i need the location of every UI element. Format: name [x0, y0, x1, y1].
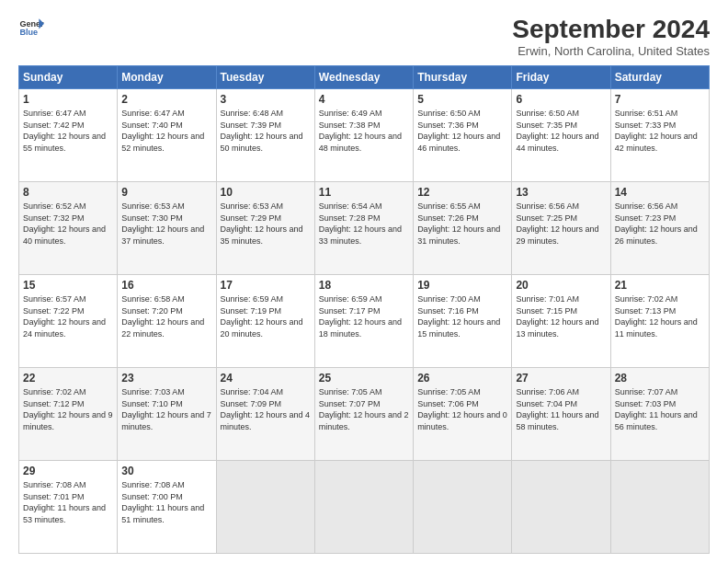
calendar-week-row: 15Sunrise: 6:57 AMSunset: 7:22 PMDayligh… [19, 275, 710, 368]
table-row: 26Sunrise: 7:05 AMSunset: 7:06 PMDayligh… [414, 368, 512, 461]
day-info: Sunrise: 6:52 AMSunset: 7:32 PMDaylight:… [23, 201, 113, 247]
table-row: 29Sunrise: 7:08 AMSunset: 7:01 PMDayligh… [19, 461, 118, 554]
day-info: Sunrise: 6:47 AMSunset: 7:42 PMDaylight:… [23, 108, 113, 154]
day-info: Sunrise: 7:07 AMSunset: 7:03 PMDaylight:… [615, 386, 705, 432]
calendar-week-row: 1Sunrise: 6:47 AMSunset: 7:42 PMDaylight… [19, 89, 710, 182]
day-number: 25 [319, 372, 409, 385]
day-info: Sunrise: 7:02 AMSunset: 7:12 PMDaylight:… [23, 386, 113, 432]
col-wednesday: Wednesday [314, 66, 413, 89]
table-row: 27Sunrise: 7:06 AMSunset: 7:04 PMDayligh… [512, 368, 610, 461]
day-number: 13 [516, 186, 606, 199]
day-info: Sunrise: 6:56 AMSunset: 7:23 PMDaylight:… [615, 201, 705, 247]
day-info: Sunrise: 6:57 AMSunset: 7:22 PMDaylight:… [23, 293, 113, 339]
day-info: Sunrise: 6:50 AMSunset: 7:35 PMDaylight:… [516, 108, 606, 154]
col-friday: Friday [512, 66, 610, 89]
col-saturday: Saturday [610, 66, 709, 89]
logo: General Blue [18, 15, 44, 40]
day-info: Sunrise: 6:59 AMSunset: 7:19 PMDaylight:… [221, 293, 311, 339]
svg-text:Blue: Blue [19, 28, 38, 37]
table-row: 13Sunrise: 6:56 AMSunset: 7:25 PMDayligh… [512, 182, 610, 275]
month-title: September 2024 [512, 15, 710, 44]
table-row: 28Sunrise: 7:07 AMSunset: 7:03 PMDayligh… [610, 368, 709, 461]
table-row [610, 461, 709, 554]
day-info: Sunrise: 7:08 AMSunset: 7:01 PMDaylight:… [23, 479, 113, 525]
table-row: 21Sunrise: 7:02 AMSunset: 7:13 PMDayligh… [610, 275, 709, 368]
day-number: 12 [417, 186, 507, 199]
table-row: 10Sunrise: 6:53 AMSunset: 7:29 PMDayligh… [216, 182, 314, 275]
table-row: 14Sunrise: 6:56 AMSunset: 7:23 PMDayligh… [610, 182, 709, 275]
day-number: 24 [221, 372, 311, 385]
day-info: Sunrise: 7:00 AMSunset: 7:16 PMDaylight:… [417, 293, 507, 339]
day-info: Sunrise: 6:58 AMSunset: 7:20 PMDaylight:… [121, 293, 211, 339]
day-info: Sunrise: 7:05 AMSunset: 7:06 PMDaylight:… [417, 386, 507, 432]
calendar: Sunday Monday Tuesday Wednesday Thursday… [18, 65, 710, 554]
day-number: 27 [516, 372, 606, 385]
table-row: 18Sunrise: 6:59 AMSunset: 7:17 PMDayligh… [314, 275, 413, 368]
col-monday: Monday [118, 66, 216, 89]
day-number: 16 [121, 279, 211, 292]
day-info: Sunrise: 6:47 AMSunset: 7:40 PMDaylight:… [121, 108, 211, 154]
day-number: 21 [615, 279, 705, 292]
day-number: 9 [121, 186, 211, 199]
day-number: 8 [23, 186, 113, 199]
table-row: 1Sunrise: 6:47 AMSunset: 7:42 PMDaylight… [19, 89, 118, 182]
day-number: 23 [121, 372, 211, 385]
table-row [314, 461, 413, 554]
day-info: Sunrise: 6:59 AMSunset: 7:17 PMDaylight:… [319, 293, 409, 339]
table-row: 7Sunrise: 6:51 AMSunset: 7:33 PMDaylight… [610, 89, 709, 182]
day-number: 28 [615, 372, 705, 385]
day-info: Sunrise: 7:04 AMSunset: 7:09 PMDaylight:… [221, 386, 311, 432]
table-row: 30Sunrise: 7:08 AMSunset: 7:00 PMDayligh… [118, 461, 216, 554]
table-row: 3Sunrise: 6:48 AMSunset: 7:39 PMDaylight… [216, 89, 314, 182]
calendar-week-row: 22Sunrise: 7:02 AMSunset: 7:12 PMDayligh… [19, 368, 710, 461]
day-number: 1 [23, 93, 113, 106]
day-number: 29 [23, 465, 113, 477]
table-row [414, 461, 512, 554]
location: Erwin, North Carolina, United States [512, 44, 710, 58]
calendar-week-row: 29Sunrise: 7:08 AMSunset: 7:01 PMDayligh… [19, 461, 710, 554]
page: General Blue September 2024 Erwin, North… [0, 0, 728, 563]
day-info: Sunrise: 7:06 AMSunset: 7:04 PMDaylight:… [516, 386, 606, 432]
table-row: 20Sunrise: 7:01 AMSunset: 7:15 PMDayligh… [512, 275, 610, 368]
table-row [512, 461, 610, 554]
table-row: 9Sunrise: 6:53 AMSunset: 7:30 PMDaylight… [118, 182, 216, 275]
table-row: 6Sunrise: 6:50 AMSunset: 7:35 PMDaylight… [512, 89, 610, 182]
day-number: 18 [319, 279, 409, 292]
table-row: 11Sunrise: 6:54 AMSunset: 7:28 PMDayligh… [314, 182, 413, 275]
day-number: 10 [221, 186, 311, 199]
table-row: 8Sunrise: 6:52 AMSunset: 7:32 PMDaylight… [19, 182, 118, 275]
day-number: 7 [615, 93, 705, 106]
day-number: 6 [516, 93, 606, 106]
day-number: 2 [121, 93, 211, 106]
table-row: 5Sunrise: 6:50 AMSunset: 7:36 PMDaylight… [414, 89, 512, 182]
day-info: Sunrise: 7:05 AMSunset: 7:07 PMDaylight:… [319, 386, 409, 432]
day-info: Sunrise: 6:50 AMSunset: 7:36 PMDaylight:… [417, 108, 507, 154]
table-row: 12Sunrise: 6:55 AMSunset: 7:26 PMDayligh… [414, 182, 512, 275]
table-row: 24Sunrise: 7:04 AMSunset: 7:09 PMDayligh… [216, 368, 314, 461]
day-number: 4 [319, 93, 409, 106]
col-sunday: Sunday [19, 66, 118, 89]
day-info: Sunrise: 6:48 AMSunset: 7:39 PMDaylight:… [221, 108, 311, 154]
table-row: 17Sunrise: 6:59 AMSunset: 7:19 PMDayligh… [216, 275, 314, 368]
table-row: 2Sunrise: 6:47 AMSunset: 7:40 PMDaylight… [118, 89, 216, 182]
day-number: 15 [23, 279, 113, 292]
day-info: Sunrise: 6:53 AMSunset: 7:29 PMDaylight:… [221, 201, 311, 247]
table-row: 22Sunrise: 7:02 AMSunset: 7:12 PMDayligh… [19, 368, 118, 461]
day-info: Sunrise: 6:56 AMSunset: 7:25 PMDaylight:… [516, 201, 606, 247]
table-row: 16Sunrise: 6:58 AMSunset: 7:20 PMDayligh… [118, 275, 216, 368]
day-info: Sunrise: 6:55 AMSunset: 7:26 PMDaylight:… [417, 201, 507, 247]
calendar-week-row: 8Sunrise: 6:52 AMSunset: 7:32 PMDaylight… [19, 182, 710, 275]
header: General Blue September 2024 Erwin, North… [18, 15, 710, 58]
day-number: 3 [221, 93, 311, 106]
title-block: September 2024 Erwin, North Carolina, Un… [512, 15, 710, 58]
day-number: 22 [23, 372, 113, 385]
day-info: Sunrise: 7:03 AMSunset: 7:10 PMDaylight:… [121, 386, 211, 432]
day-info: Sunrise: 7:02 AMSunset: 7:13 PMDaylight:… [615, 293, 705, 339]
table-row: 4Sunrise: 6:49 AMSunset: 7:38 PMDaylight… [314, 89, 413, 182]
logo-icon: General Blue [18, 15, 44, 40]
day-number: 11 [319, 186, 409, 199]
table-row: 23Sunrise: 7:03 AMSunset: 7:10 PMDayligh… [118, 368, 216, 461]
day-info: Sunrise: 7:01 AMSunset: 7:15 PMDaylight:… [516, 293, 606, 339]
table-row: 19Sunrise: 7:00 AMSunset: 7:16 PMDayligh… [414, 275, 512, 368]
day-info: Sunrise: 6:49 AMSunset: 7:38 PMDaylight:… [319, 108, 409, 154]
